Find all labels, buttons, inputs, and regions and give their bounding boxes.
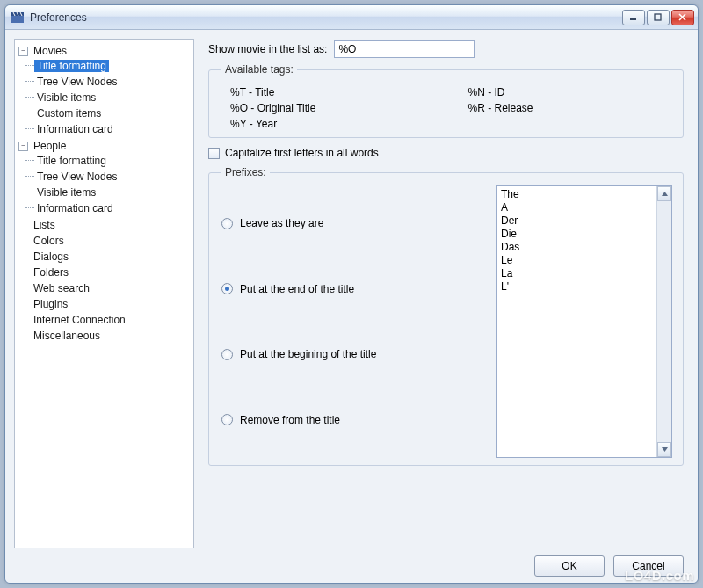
- titlebar[interactable]: Preferences: [5, 5, 698, 30]
- capitalize-label: Capitalize first letters in all words: [225, 147, 379, 159]
- tree-node-people-title-formatting[interactable]: Title formatting: [34, 155, 109, 167]
- tree-node-people-visible-items[interactable]: Visible items: [34, 186, 98, 199]
- show-as-label: Show movie in the list as:: [208, 43, 327, 55]
- expand-toggle-icon[interactable]: −: [18, 142, 28, 151]
- scroll-down-icon[interactable]: [657, 442, 671, 457]
- tree-node-miscellaneous[interactable]: Miscellaneous: [31, 330, 103, 342]
- radio-remove[interactable]: [221, 414, 233, 425]
- svg-rect-6: [655, 14, 661, 20]
- svg-rect-0: [11, 16, 24, 23]
- list-item[interactable]: Die: [501, 228, 668, 241]
- tree-node-movies[interactable]: Movies: [31, 45, 69, 57]
- tree-node-movies-title-formatting[interactable]: Title formatting: [34, 60, 109, 72]
- svg-marker-9: [662, 192, 668, 196]
- tree-node-people[interactable]: People: [31, 140, 69, 152]
- scroll-up-icon[interactable]: [657, 186, 671, 201]
- tag-year: %Y - Year: [230, 118, 433, 130]
- tree-node-movies-tree-view-nodes[interactable]: Tree View Nodes: [34, 76, 120, 88]
- tree-node-folders[interactable]: Folders: [31, 266, 71, 279]
- list-item[interactable]: The: [501, 188, 668, 201]
- tree-node-web-search[interactable]: Web search: [31, 282, 92, 294]
- minimize-button[interactable]: [622, 10, 645, 25]
- radio-remove-label: Remove from the title: [240, 414, 340, 426]
- maximize-button[interactable]: [647, 10, 670, 25]
- list-item[interactable]: Das: [501, 241, 668, 254]
- prefix-listbox[interactable]: The A Der Die Das Le La L': [496, 185, 672, 458]
- list-item[interactable]: A: [501, 201, 668, 214]
- tree-node-movies-information-card[interactable]: Information card: [34, 123, 116, 135]
- tag-release: %R - Release: [468, 102, 671, 114]
- svg-marker-10: [662, 447, 668, 452]
- scrollbar[interactable]: [656, 186, 671, 457]
- tag-original-title: %O - Original Title: [230, 102, 433, 114]
- radio-put-begin[interactable]: [221, 349, 233, 360]
- prefixes-legend: Prefixes:: [221, 166, 270, 178]
- tree-node-colors[interactable]: Colors: [31, 235, 67, 247]
- radio-leave-as-they-are[interactable]: [221, 218, 233, 229]
- list-item[interactable]: Der: [501, 214, 668, 228]
- radio-leave-label: Leave as they are: [240, 217, 323, 229]
- close-button[interactable]: [671, 10, 694, 25]
- category-tree[interactable]: − Movies Title formatting Tree View Node…: [14, 39, 194, 548]
- tree-node-people-tree-view-nodes[interactable]: Tree View Nodes: [34, 171, 120, 183]
- window-title: Preferences: [30, 11, 622, 24]
- tree-node-movies-custom-items[interactable]: Custom items: [34, 107, 104, 120]
- tree-node-internet-connection[interactable]: Internet Connection: [31, 314, 128, 326]
- list-item[interactable]: La: [501, 267, 668, 280]
- list-item[interactable]: L': [501, 280, 668, 294]
- radio-put-begin-label: Put at the begining of the title: [240, 348, 376, 360]
- preferences-window: Preferences −: [4, 4, 699, 584]
- radio-put-end[interactable]: [221, 283, 233, 294]
- tree-node-dialogs[interactable]: Dialogs: [31, 250, 71, 263]
- available-tags-group: Available tags: %T - Title %N - ID %O - …: [208, 63, 684, 138]
- radio-put-end-label: Put at the end of the title: [240, 283, 354, 295]
- prefixes-group: Prefixes: Leave as they are Put at the e…: [208, 166, 684, 466]
- tree-node-people-information-card[interactable]: Information card: [34, 202, 116, 214]
- list-item[interactable]: Le: [501, 254, 668, 267]
- clapperboard-icon: [11, 11, 25, 25]
- show-as-input[interactable]: [334, 40, 475, 58]
- capitalize-checkbox[interactable]: [208, 148, 220, 159]
- tree-node-movies-visible-items[interactable]: Visible items: [34, 91, 98, 104]
- settings-panel: Show movie in the list as: Available tag…: [207, 39, 689, 548]
- tag-id: %N - ID: [468, 86, 671, 98]
- cancel-button[interactable]: Cancel: [613, 555, 684, 577]
- available-tags-legend: Available tags:: [221, 63, 297, 76]
- tree-node-plugins[interactable]: Plugins: [31, 298, 70, 310]
- ok-button[interactable]: OK: [534, 555, 605, 577]
- expand-toggle-icon[interactable]: −: [18, 47, 28, 56]
- tag-title: %T - Title: [230, 86, 433, 98]
- tree-node-lists[interactable]: Lists: [31, 219, 58, 231]
